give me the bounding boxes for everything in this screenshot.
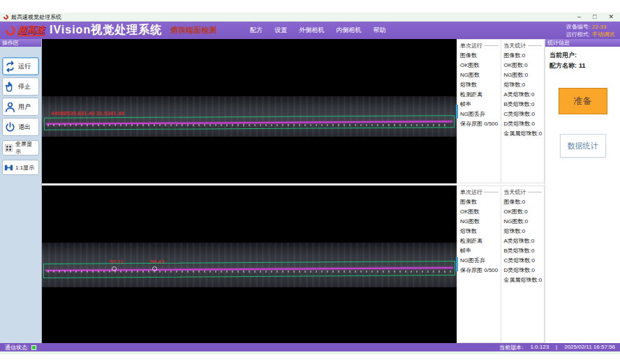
run-mode-value: 手动调试	[592, 31, 614, 38]
prepare-button[interactable]: 准备	[559, 88, 607, 114]
stat-item: D类熔珠数:0	[504, 266, 542, 275]
splitter-grip[interactable]	[456, 257, 458, 271]
fullscreen-button-label: 全屏显示	[15, 140, 37, 156]
statistics-info-panel: 统计信息 当前用户: 配方名称: 11 准备 数据统计	[545, 39, 620, 343]
stat-item: NG图数	[460, 70, 499, 80]
inner-camera-viewport[interactable]: 53.11 56.43	[42, 185, 457, 343]
stat-item: 图像数	[460, 197, 499, 207]
device-number-label: 设备编号:	[566, 24, 590, 30]
stat-item: NG图数:0	[504, 217, 542, 227]
comm-status-label: 通信状态:	[5, 344, 29, 351]
stat-item: 金属屑熔珠数:0	[504, 129, 542, 139]
outer-camera-viewport[interactable]: 44088539.831.49 31.5341.49	[42, 39, 457, 183]
stats-column: 单次运行 图像数OK图数NG图数熔珠数检测距离帧率NG图丢弃保存原图 0/500…	[457, 39, 545, 343]
stat-item: 图像数	[460, 51, 499, 61]
outer-camera-stats-panel: 单次运行 图像数OK图数NG图数熔珠数检测距离帧率NG图丢弃保存原图 0/500…	[457, 39, 545, 183]
single-run-title: 单次运行	[460, 188, 499, 196]
measurement-annotation: 44088539.831.49 31.5341.49	[51, 110, 124, 116]
operation-sidebar: 操作区 运行 停止 用户	[0, 39, 42, 343]
status-separator: |	[556, 344, 557, 351]
stat-item: 检测距离	[460, 236, 499, 246]
stat-item: OK图数:0	[504, 207, 542, 217]
close-button[interactable]: ✕	[608, 13, 614, 21]
stat-item: 熔珠数	[460, 227, 499, 236]
bead-speckle	[47, 271, 451, 273]
stat-item: 熔珠数:0	[504, 227, 542, 236]
info-panel-title: 统计信息	[545, 39, 620, 47]
menu-item[interactable]: 设置	[274, 26, 287, 35]
menu-item[interactable]: 内侧相机	[336, 26, 361, 35]
one-to-one-icon	[4, 163, 13, 172]
exit-button[interactable]: 退出	[2, 118, 39, 136]
one-to-one-button[interactable]: 1:1显示	[2, 160, 39, 175]
version-label: 当前版本:	[499, 344, 523, 351]
menu-item[interactable]: 外侧相机	[299, 26, 324, 35]
inner-camera-stats-panel: 单次运行 图像数OK图数NG图数熔珠数检测距离帧率NG图丢弃保存原图 0/500…	[457, 185, 545, 343]
stop-button[interactable]: 停止	[2, 77, 39, 96]
fullscreen-button[interactable]: 全屏显示	[2, 140, 39, 156]
status-bar: 通信状态: 当前版本: 1.0.123 | 2025/02/11 16:57:5…	[0, 343, 620, 351]
user-button-label: 用户	[18, 103, 31, 112]
stat-item: OK图数	[460, 61, 499, 70]
today-stats-group: 当天统计 图像数:0OK图数:0NG图数:0熔珠数:0A类熔珠数:0B类熔珠数:…	[501, 40, 545, 183]
splitter-grip[interactable]	[456, 105, 458, 119]
datetime-value: 2025/02/11 16:57:56	[564, 344, 615, 351]
app-logo-icon	[3, 13, 10, 20]
stat-item: C类熔珠数:0	[504, 109, 542, 119]
comm-status-indicator	[31, 345, 36, 350]
maximize-button[interactable]: □	[593, 13, 596, 21]
stat-item: OK图数	[460, 207, 499, 217]
fullscreen-icon	[4, 144, 13, 153]
stat-item: B类熔珠数:0	[504, 246, 542, 256]
stat-item: 检测距离	[460, 90, 499, 100]
recipe-name-label: 配方名称:	[549, 61, 577, 71]
stat-item: B类熔珠数:0	[504, 100, 542, 109]
stat-item: NG图丢弃	[460, 109, 499, 119]
defect-marker	[152, 266, 157, 271]
window-titlebar: 超高速视觉处理系统 – □ ✕	[0, 13, 620, 22]
today-stats-title: 当天统计	[504, 42, 542, 50]
brand-logo-text: 超高速	[17, 25, 45, 36]
run-cycle-icon	[4, 61, 16, 73]
bead-speckle	[47, 124, 450, 126]
sidebar-title: 操作区	[0, 39, 41, 47]
power-icon	[4, 121, 16, 133]
exit-button-label: 退出	[18, 123, 31, 132]
stat-item: NG图数:0	[504, 70, 542, 80]
stat-item: 熔珠数	[460, 80, 499, 90]
today-stats-group: 当天统计 图像数:0OK图数:0NG图数:0熔珠数:0A类熔珠数:0B类熔珠数:…	[501, 186, 545, 342]
today-stats-title: 当天统计	[504, 188, 542, 196]
viewport-column: 44088539.831.49 31.5341.49 53.11 56.43	[42, 39, 457, 343]
minimize-button[interactable]: –	[577, 13, 581, 21]
header-info: 设备编号:22-33 运行模式:手动调试	[566, 23, 614, 38]
stat-item: C类熔珠数:0	[504, 256, 542, 266]
one-to-one-button-label: 1:1显示	[15, 164, 34, 172]
stat-item: 保存原图 0/500	[460, 266, 499, 275]
stat-item: OK图数:0	[504, 61, 542, 70]
version-value: 1.0.123	[530, 344, 549, 351]
user-button[interactable]: 用户	[2, 98, 39, 116]
stop-hand-icon	[4, 81, 16, 93]
single-run-group: 单次运行 图像数OK图数NG图数熔珠数检测距离帧率NG图丢弃保存原图 0/500	[457, 186, 501, 342]
stat-item: 保存原图 0/500	[460, 119, 499, 129]
data-statistics-button[interactable]: 数据统计	[560, 134, 606, 158]
app-header: 超高速 IVision视觉处理系统 熔珠端面检测 配方设置外侧相机内侧相机帮助 …	[0, 22, 620, 39]
run-button[interactable]: 运行	[2, 57, 39, 75]
stat-item: NG图数	[460, 217, 499, 227]
stat-item: D类熔珠数:0	[504, 119, 542, 129]
app-title: IVision视觉处理系统	[50, 23, 162, 38]
stat-item: A类熔珠数:0	[504, 236, 542, 246]
menu-item[interactable]: 配方	[250, 26, 263, 35]
current-user-label: 当前用户:	[549, 50, 577, 61]
device-number-value: 22-33	[592, 24, 606, 30]
single-run-title: 单次运行	[460, 42, 499, 50]
stat-item: NG图丢弃	[460, 256, 499, 266]
single-run-group: 单次运行 图像数OK图数NG图数熔珠数检测距离帧率NG图丢弃保存原图 0/500	[457, 40, 501, 183]
stat-item: 帧率	[460, 246, 499, 256]
stop-button-label: 停止	[18, 82, 31, 91]
menu-item[interactable]: 帮助	[373, 26, 385, 35]
window-title: 超高速视觉处理系统	[11, 13, 61, 21]
window-bottom-edge	[0, 351, 620, 354]
defect-marker	[112, 266, 117, 271]
run-mode-label: 运行模式:	[566, 31, 590, 38]
